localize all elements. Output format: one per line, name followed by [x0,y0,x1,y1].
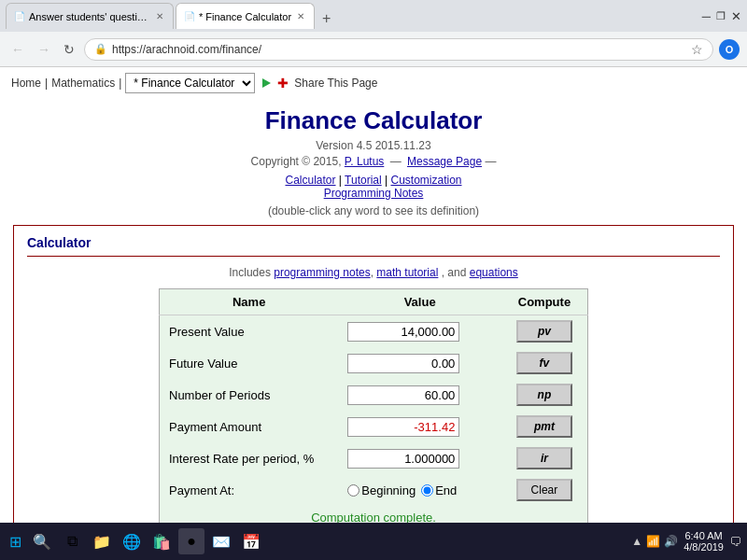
refresh-button[interactable]: ↻ [60,40,78,59]
tab-1[interactable]: 📄 Answer students' questions and ✕ [6,3,174,29]
table-row: Interest Rate per period, % ir [160,442,588,474]
pmt-button[interactable]: pmt [516,415,572,438]
taskbar-mail-icon[interactable]: ✉️ [208,528,234,554]
page-dropdown[interactable]: * Finance Calculator [125,73,255,93]
clear-cell: Clear [501,474,588,506]
bookmark-button[interactable]: ☆ [691,42,703,57]
equations-link[interactable]: equations [470,266,518,279]
fv-label: Future Value [160,347,339,379]
copyright-text: Copyright © 2015, P. Lutus — Message Pag… [0,155,747,168]
pv-value-cell [338,315,501,348]
taskbar: ⊞ 🔍 ⧉ 📁 🌐 🛍️ ● ✉️ 📅 ▲ 📶 🔊 6:40 AM 4/8/20… [0,523,747,560]
calc-section-title: Calculator [27,235,720,257]
taskbar-edge-icon[interactable]: 🌐 [119,528,145,554]
tab2-close[interactable]: ✕ [295,11,306,21]
col-value-header: Value [338,289,501,315]
share-link[interactable]: Share This Page [294,77,377,90]
tutorial-link[interactable]: Tutorial [345,174,382,187]
table-row: Number of Periods np [160,379,588,411]
page-content: Home | Mathematics | * Finance Calculato… [0,67,747,523]
np-label: Number of Periods [160,379,339,411]
col-compute-header: Compute [501,289,588,315]
calculator-link[interactable]: Calculator [285,174,335,187]
payment-at-options: Beginning End [338,474,501,506]
pipe2: | [119,77,121,90]
mathematics-link[interactable]: Mathematics [51,77,115,90]
network-icon[interactable]: 📶 [646,535,660,548]
tab2-icon: 📄 [184,11,195,21]
fv-value-cell [338,347,501,379]
ir-value-cell [338,442,501,474]
close-btn[interactable]: ✕ [731,9,741,23]
calculator-section: Calculator Includes programming notes, m… [13,225,734,523]
restore-btn[interactable]: ❐ [716,10,726,22]
add-icon: ✚ [277,76,289,91]
taskbar-folder-icon[interactable]: 📁 [89,528,115,554]
calc-table: Name Value Compute Present Value pv [159,288,588,523]
beginning-radio-label[interactable]: Beginning [347,483,416,497]
np-button[interactable]: np [516,384,572,406]
includes-text: Includes programming notes, math tutoria… [27,266,720,279]
up-arrow-icon[interactable]: ▲ [631,535,642,548]
taskbar-chrome-icon[interactable]: ● [178,528,204,554]
beginning-radio[interactable] [347,484,359,497]
np-value-cell [338,379,501,411]
taskbar-search-icon[interactable]: 🔍 [29,528,55,554]
tab1-close[interactable]: ✕ [154,11,165,21]
play-icon [262,78,271,88]
sys-icons: ▲ 📶 🔊 [631,535,678,548]
taskbar-calendar-icon[interactable]: 📅 [238,528,264,554]
math-tutorial-link[interactable]: math tutorial [376,266,438,279]
chrome-avatar[interactable]: O [719,39,740,60]
volume-icon[interactable]: 🔊 [664,535,678,548]
forward-button[interactable]: → [34,40,54,59]
lock-icon: 🔒 [94,43,107,55]
customization-link[interactable]: Customization [390,174,461,187]
includes-label: Includes [229,266,271,279]
site-nav: Home | Mathematics | * Finance Calculato… [0,67,747,99]
home-link[interactable]: Home [11,77,41,90]
ir-label: Interest Rate per period, % [160,442,339,474]
browser-titlebar: 📄 Answer students' questions and ✕ 📄 * F… [0,0,747,32]
back-button[interactable]: ← [7,40,28,59]
tab2-title: * Finance Calculator [199,11,291,22]
taskbar-clock[interactable]: 6:40 AM 4/8/2019 [684,530,724,553]
fv-input[interactable] [347,354,459,373]
time-display: 6:40 AM [684,530,724,541]
minimize-btn[interactable]: ─ [702,9,711,23]
secondary-nav: Calculator | Tutorial | Customization Pr… [0,174,747,200]
start-button[interactable]: ⊞ [6,529,25,554]
clear-button[interactable]: Clear [516,479,572,501]
ir-input[interactable] [347,449,459,469]
pv-button[interactable]: pv [516,320,572,343]
ir-button[interactable]: ir [516,447,572,469]
version-text: Version 4.5 2015.11.23 [0,139,747,152]
pv-input[interactable] [347,322,459,342]
pmt-input[interactable] [347,417,459,437]
tab-2[interactable]: 📄 * Finance Calculator ✕ [176,3,315,29]
copyright-label: Copyright © 2015, [251,155,342,168]
address-bar[interactable]: 🔒 https://arachnoid.com/finance/ ☆ [84,38,713,61]
payment-at-row: Payment At: Beginning End [160,474,588,506]
dash1: — [390,155,402,168]
notification-icon[interactable]: 🗨 [729,535,741,549]
np-input[interactable] [347,385,459,405]
programming-link[interactable]: Programming Notes [324,187,424,200]
col-name-header: Name [160,289,339,315]
table-row: Future Value fv [160,347,588,379]
date-display: 4/8/2019 [684,541,724,553]
pmt-label: Payment Amount [160,411,339,442]
taskbar-store-icon[interactable]: 🛍️ [148,528,175,554]
author-link[interactable]: P. Lutus [345,155,384,168]
new-tab-button[interactable]: + [317,8,336,29]
end-label: End [435,483,457,497]
table-row: Payment Amount pmt [160,411,588,442]
fv-button[interactable]: fv [516,352,572,374]
dash2: — [485,155,496,168]
message-link[interactable]: Message Page [407,155,482,168]
end-radio-label[interactable]: End [421,483,457,497]
programming-notes-link[interactable]: programming notes [274,266,370,279]
end-radio[interactable] [421,484,433,497]
taskbar-task-view-icon[interactable]: ⧉ [59,528,85,554]
pmt-compute-cell: pmt [501,411,588,442]
